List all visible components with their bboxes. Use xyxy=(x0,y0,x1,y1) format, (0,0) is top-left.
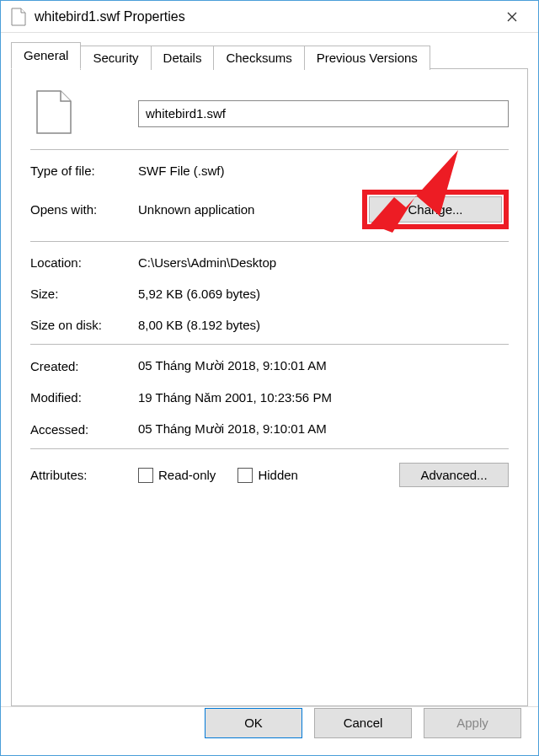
readonly-checkbox[interactable]: Read-only xyxy=(138,468,216,483)
separator xyxy=(30,241,509,242)
readonly-checkbox-input[interactable] xyxy=(138,468,153,483)
created-value: 05 Tháng Mười 2018, 9:10:01 AM xyxy=(138,358,509,373)
accessed-value: 05 Tháng Mười 2018, 9:10:01 AM xyxy=(138,421,509,437)
tab-general[interactable]: General xyxy=(11,42,81,69)
window-title: whitebird1.swf Properties xyxy=(35,9,493,24)
readonly-checkbox-label: Read-only xyxy=(158,468,216,482)
type-value: SWF File (.swf) xyxy=(138,164,509,178)
accessed-row: Accessed: 05 Tháng Mười 2018, 9:10:01 AM xyxy=(30,421,509,437)
tab-strip: General Security Details Checksums Previ… xyxy=(11,41,528,68)
type-row: Type of file: SWF File (.swf) xyxy=(30,164,509,178)
tab-details[interactable]: Details xyxy=(151,46,215,70)
tab-checksums[interactable]: Checksums xyxy=(213,46,304,70)
client-area: General Security Details Checksums Previ… xyxy=(1,33,538,706)
openswith-row: Opens with: Unknown application Change..… xyxy=(30,190,509,229)
hidden-checkbox[interactable]: Hidden xyxy=(237,468,298,483)
ok-button[interactable]: OK xyxy=(205,708,302,738)
created-row: Created: 05 Tháng Mười 2018, 9:10:01 AM xyxy=(30,358,509,373)
modified-value: 19 Tháng Năm 2001, 10:23:56 PM xyxy=(138,390,509,405)
size-label: Size: xyxy=(30,287,138,301)
tab-security[interactable]: Security xyxy=(80,46,151,70)
tab-content: Type of file: SWF File (.swf) Opens with… xyxy=(11,68,528,706)
separator xyxy=(30,448,509,449)
attributes-label: Attributes: xyxy=(30,468,138,482)
accessed-label: Accessed: xyxy=(30,422,138,437)
separator xyxy=(30,344,509,345)
file-type-icon xyxy=(35,123,72,137)
file-icon xyxy=(11,8,26,26)
dialog-footer: OK Cancel Apply xyxy=(1,706,538,755)
cancel-button[interactable]: Cancel xyxy=(314,708,412,738)
close-button[interactable] xyxy=(493,1,531,33)
location-label: Location: xyxy=(30,255,138,270)
change-button[interactable]: Change... xyxy=(369,196,502,223)
separator xyxy=(30,149,509,150)
modified-label: Modified: xyxy=(30,390,138,405)
properties-dialog: whitebird1.swf Properties General Securi… xyxy=(0,0,539,756)
filename-row xyxy=(30,89,509,137)
location-value: C:\Users\Admin\Desktop xyxy=(138,255,509,270)
sizeondisk-value: 8,00 KB (8.192 bytes) xyxy=(138,318,509,332)
created-label: Created: xyxy=(30,359,138,373)
location-row: Location: C:\Users\Admin\Desktop xyxy=(30,255,509,270)
modified-row: Modified: 19 Tháng Năm 2001, 10:23:56 PM xyxy=(30,390,509,405)
titlebar: whitebird1.swf Properties xyxy=(1,1,538,33)
filename-input[interactable] xyxy=(138,100,509,127)
tab-previous-versions[interactable]: Previous Versions xyxy=(304,46,430,70)
size-row: Size: 5,92 KB (6.069 bytes) xyxy=(30,287,509,301)
sizeondisk-label: Size on disk: xyxy=(30,318,138,332)
sizeondisk-row: Size on disk: 8,00 KB (8.192 bytes) xyxy=(30,318,509,332)
openswith-label: Opens with: xyxy=(30,202,138,217)
size-value: 5,92 KB (6.069 bytes) xyxy=(138,287,509,301)
advanced-button[interactable]: Advanced... xyxy=(399,463,509,487)
type-label: Type of file: xyxy=(30,164,138,178)
hidden-checkbox-label: Hidden xyxy=(258,468,298,482)
openswith-value: Unknown application xyxy=(138,202,254,217)
annotation-highlight: Change... xyxy=(362,190,509,229)
apply-button[interactable]: Apply xyxy=(424,708,521,738)
attributes-row: Attributes: Read-only Hidden Advanced... xyxy=(30,463,509,487)
hidden-checkbox-input[interactable] xyxy=(237,468,253,483)
